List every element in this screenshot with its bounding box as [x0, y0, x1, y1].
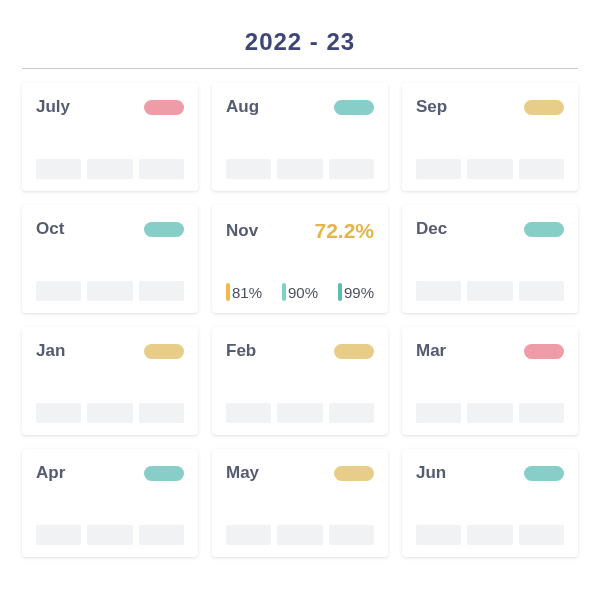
stats-row	[416, 159, 564, 179]
month-label: Jan	[36, 341, 65, 361]
stat-placeholder	[139, 403, 184, 423]
stat-placeholder	[87, 403, 132, 423]
month-card-header: Feb	[226, 341, 374, 361]
month-label: July	[36, 97, 70, 117]
month-label: Jun	[416, 463, 446, 483]
month-card-header: Jan	[36, 341, 184, 361]
status-pill	[144, 344, 184, 359]
month-card[interactable]: Jan	[22, 327, 198, 435]
month-card-header: Oct	[36, 219, 184, 239]
month-card-header: Dec	[416, 219, 564, 239]
month-label: Feb	[226, 341, 256, 361]
stats-row	[416, 525, 564, 545]
month-card-header: Jun	[416, 463, 564, 483]
status-pill	[524, 344, 564, 359]
stat-placeholder	[416, 281, 461, 301]
stat-placeholder	[467, 403, 512, 423]
header-divider	[22, 68, 578, 69]
status-pill	[524, 466, 564, 481]
stats-row	[36, 525, 184, 545]
month-card[interactable]: Nov72.2%81%90%99%	[212, 205, 388, 313]
stats-row: 81%90%99%	[226, 283, 374, 301]
year-header: 2022 - 23	[22, 18, 578, 68]
stat-placeholder	[87, 281, 132, 301]
stat-placeholder	[329, 403, 374, 423]
stats-row	[226, 525, 374, 545]
month-label: Mar	[416, 341, 446, 361]
month-card[interactable]: May	[212, 449, 388, 557]
stat-placeholder	[226, 525, 271, 545]
stat-placeholder	[329, 159, 374, 179]
month-card-header: May	[226, 463, 374, 483]
month-card[interactable]: Dec	[402, 205, 578, 313]
month-card[interactable]: Feb	[212, 327, 388, 435]
stat-placeholder	[277, 525, 322, 545]
stats-row	[416, 281, 564, 301]
stats-row	[36, 281, 184, 301]
stat-bar-icon	[282, 283, 286, 301]
stat-bar-icon	[226, 283, 230, 301]
month-label: Apr	[36, 463, 65, 483]
stat-placeholder	[467, 159, 512, 179]
overall-percentage: 72.2%	[314, 219, 374, 243]
stats-row	[226, 403, 374, 423]
month-card-header: July	[36, 97, 184, 117]
month-grid: JulyAugSepOctNov72.2%81%90%99%DecJanFebM…	[22, 83, 578, 557]
status-pill	[144, 100, 184, 115]
stat-placeholder	[139, 281, 184, 301]
stat-value: 90%	[282, 283, 318, 301]
stat-placeholder	[467, 281, 512, 301]
month-card[interactable]: Apr	[22, 449, 198, 557]
status-pill	[144, 466, 184, 481]
status-pill	[334, 344, 374, 359]
stat-text: 99%	[344, 284, 374, 301]
month-card-header: Nov72.2%	[226, 219, 374, 243]
stat-text: 90%	[288, 284, 318, 301]
month-card[interactable]: Aug	[212, 83, 388, 191]
stat-placeholder	[36, 525, 81, 545]
month-card[interactable]: Sep	[402, 83, 578, 191]
month-label: Sep	[416, 97, 447, 117]
status-pill	[524, 100, 564, 115]
month-card[interactable]: Oct	[22, 205, 198, 313]
month-card[interactable]: Jun	[402, 449, 578, 557]
stat-placeholder	[277, 159, 322, 179]
stat-placeholder	[467, 525, 512, 545]
stat-placeholder	[36, 281, 81, 301]
stat-placeholder	[416, 403, 461, 423]
stat-placeholder	[87, 525, 132, 545]
month-label: Dec	[416, 219, 447, 239]
month-label: Oct	[36, 219, 64, 239]
stats-row	[416, 403, 564, 423]
status-pill	[334, 466, 374, 481]
stat-placeholder	[519, 403, 564, 423]
year-title: 2022 - 23	[245, 28, 355, 55]
month-card-header: Apr	[36, 463, 184, 483]
stats-row	[36, 159, 184, 179]
stat-placeholder	[519, 525, 564, 545]
month-label: May	[226, 463, 259, 483]
stat-placeholder	[139, 525, 184, 545]
status-pill	[144, 222, 184, 237]
stat-placeholder	[519, 159, 564, 179]
stat-placeholder	[36, 159, 81, 179]
stat-placeholder	[36, 403, 81, 423]
stat-value: 81%	[226, 283, 262, 301]
stat-placeholder	[519, 281, 564, 301]
stat-placeholder	[139, 159, 184, 179]
stat-placeholder	[226, 159, 271, 179]
stat-placeholder	[87, 159, 132, 179]
stat-text: 81%	[232, 284, 262, 301]
month-label: Aug	[226, 97, 259, 117]
stats-row	[36, 403, 184, 423]
month-label: Nov	[226, 221, 258, 241]
month-card-header: Mar	[416, 341, 564, 361]
month-card[interactable]: Mar	[402, 327, 578, 435]
stat-placeholder	[416, 159, 461, 179]
month-card-header: Sep	[416, 97, 564, 117]
stat-placeholder	[226, 403, 271, 423]
stat-value: 99%	[338, 283, 374, 301]
status-pill	[524, 222, 564, 237]
month-card[interactable]: July	[22, 83, 198, 191]
month-card-header: Aug	[226, 97, 374, 117]
